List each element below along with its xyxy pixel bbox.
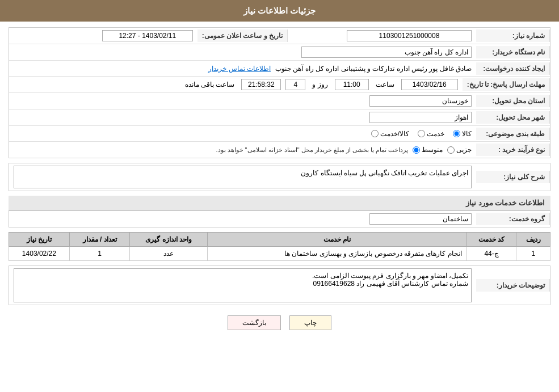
city-row: شهر محل تحویل:	[9, 109, 550, 126]
category-kala-label: کالا	[462, 130, 472, 138]
description-label: شرح کلی نیاز:	[476, 171, 550, 183]
buyer-notes-box: تکمیل، امضاو مهر و بارگزاری فرم پیوست ال…	[14, 268, 472, 302]
col-quantity: تعداد / مقدار	[69, 233, 130, 247]
description-box: اجرای عملیات تخریب اتاقک نگهبانی پل سیاه…	[14, 166, 472, 188]
city-input[interactable]	[369, 112, 472, 123]
purchase-jozii-radio[interactable]	[447, 146, 455, 154]
buyer-org-value	[9, 44, 476, 60]
province-row: استان محل تحویل:	[9, 93, 550, 109]
col-name: نام خدمت	[208, 233, 467, 247]
purchase-motavasset-radio[interactable]	[413, 146, 420, 154]
need-number-row: شماره نیاز: تاریخ و ساعت اعلان عمومی:	[9, 28, 550, 44]
description-section: شرح کلی نیاز: اجرای عملیات تخریب اتاقک ن…	[9, 163, 550, 191]
category-khedmat-label: خدمت	[427, 130, 444, 138]
send-deadline-value: ساعت روز و ساعت باقی مانده	[9, 77, 463, 92]
category-both-radio[interactable]	[371, 130, 379, 137]
province-input[interactable]	[369, 95, 472, 107]
deadline-days-input[interactable]	[285, 79, 305, 90]
need-number-label: شماره نیاز:	[476, 29, 550, 42]
col-unit: واحد اندازه گیری	[130, 233, 208, 247]
cell-date: 1403/02/22	[9, 247, 70, 261]
services-title: اطلاعات خدمات مورد نیاز	[9, 196, 550, 210]
table-row: 1 ج-44 انجام کارهای متفرقه درخصوص بازساز…	[9, 247, 550, 261]
buyer-notes-section: توضیحات خریدار: تکمیل، امضاو مهر و بارگز…	[9, 265, 550, 305]
deadline-date-input[interactable]	[401, 79, 458, 90]
category-khedmat-item: خدمت	[418, 130, 444, 138]
service-group-label: گروه خدمت:	[476, 213, 550, 225]
service-group-section: گروه خدمت:	[9, 210, 550, 227]
purchase-motavasset-label: متوسط	[422, 146, 443, 154]
purchase-type-note: پرداخت تمام یا بخشی از مبلغ خریدار محل "…	[216, 146, 408, 154]
category-kala-radio[interactable]	[453, 130, 460, 137]
city-label: شهر محل تحویل:	[476, 111, 550, 124]
print-button[interactable]: چاپ	[289, 315, 331, 330]
service-group-row: گروه خدمت:	[9, 211, 550, 227]
buyer-org-label: نام دستگاه خریدار:	[476, 46, 550, 58]
buyer-notes-value: تکمیل، امضاو مهر و بارگزاری فرم پیوست ال…	[9, 266, 476, 305]
announce-date-input[interactable]	[102, 30, 193, 41]
category-row: طبقه بندی موضوعی: کالا خدمت کالا/خدمت	[9, 126, 550, 142]
buyer-notes-line1: تکمیل، امضاو مهر و بارگزاری فرم پیوست ال…	[17, 272, 468, 280]
buttons-section: چاپ بازگشت	[9, 310, 550, 336]
buyer-notes-row: توضیحات خریدار: تکمیل، امضاو مهر و بارگز…	[9, 266, 550, 305]
description-value: اجرای عملیات تخریب اتاقک نگهبانی پل سیاه…	[9, 163, 476, 191]
province-value	[9, 93, 476, 109]
creator-row: ایجاد کننده درخواست: صادق غافل پور رئیس …	[9, 61, 550, 77]
purchase-jozii-label: جزیی	[456, 146, 472, 154]
col-row: ردیف	[516, 233, 550, 247]
cell-unit: عدد	[130, 247, 208, 261]
announce-date-value	[9, 28, 197, 44]
buyer-org-input[interactable]	[301, 47, 472, 58]
send-deadline-row: مهلت ارسال پاسخ: تا تاریخ: ساعت روز و سا…	[9, 77, 550, 93]
creator-value: صادق غافل پور رئیس اداره تدارکات و پشتیب…	[9, 62, 476, 75]
col-date: تاریخ نیاز	[9, 233, 70, 247]
province-label: استان محل تحویل:	[476, 95, 550, 107]
buyer-notes-line2: شماره تماس کارشناس آقای فهیمی راد 091664…	[17, 280, 468, 288]
header-title: جزئیات اطلاعات نیاز	[243, 6, 316, 15]
cell-row: 1	[516, 247, 550, 261]
buyer-notes-label: توضیحات خریدار:	[476, 279, 550, 292]
remaining-label: ساعت باقی مانده	[185, 81, 235, 88]
category-khedmat-radio[interactable]	[418, 130, 425, 137]
services-table: ردیف کد خدمت نام خدمت واحد اندازه گیری ت…	[9, 232, 550, 261]
need-number-value	[288, 28, 476, 44]
announce-date-label: تاریخ و ساعت اعلان عمومی:	[197, 29, 288, 42]
city-value	[9, 109, 476, 125]
col-code: کد خدمت	[466, 233, 516, 247]
buyer-org-row: نام دستگاه خریدار:	[9, 44, 550, 61]
main-form: شماره نیاز: تاریخ و ساعت اعلان عمومی: نا…	[9, 27, 550, 158]
category-both-item: کالا/خدمت	[371, 130, 409, 138]
cell-quantity: 1	[69, 247, 130, 261]
deadline-clock-input[interactable]	[241, 79, 281, 90]
back-button[interactable]: بازگشت	[228, 315, 281, 330]
time-label: ساعت	[376, 81, 394, 88]
category-label: طبقه بندی موضوعی:	[476, 128, 550, 140]
service-group-value	[9, 211, 476, 227]
creator-label: ایجاد کننده درخواست:	[476, 62, 550, 75]
category-value: کالا خدمت کالا/خدمت	[9, 128, 476, 140]
page-header: جزئیات اطلاعات نیاز	[0, 0, 559, 22]
cell-code: ج-44	[466, 247, 516, 261]
category-both-label: کالا/خدمت	[380, 130, 409, 138]
services-table-section: ردیف کد خدمت نام خدمت واحد اندازه گیری ت…	[9, 232, 550, 261]
send-deadline-label: مهلت ارسال پاسخ: تا تاریخ:	[463, 78, 550, 91]
day-label: روز و	[312, 81, 327, 88]
creator-contact-link[interactable]: اطلاعات تماس خریدار	[208, 65, 271, 73]
creator-text: صادق غافل پور رئیس اداره تدارکات و پشتیب…	[275, 65, 472, 73]
deadline-time-input[interactable]	[335, 79, 369, 90]
purchase-type-label: نوع فرآیند خرید :	[476, 144, 550, 156]
purchase-type-value: جزیی متوسط پرداخت تمام یا بخشی از مبلغ خ…	[9, 144, 476, 156]
description-text: اجرای عملیات تخریب اتاقک نگهبانی پل سیاه…	[301, 169, 468, 177]
need-number-input[interactable]	[347, 30, 472, 41]
service-group-input[interactable]	[369, 213, 472, 225]
purchase-type-row: نوع فرآیند خرید : جزیی متوسط پرداخت تمام…	[9, 142, 550, 158]
category-kala-item: کالا	[453, 130, 472, 138]
purchase-motavasset-item: متوسط	[413, 146, 443, 154]
purchase-jozii-item: جزیی	[447, 146, 472, 154]
cell-name: انجام کارهای متفرقه درخصوص بازسازی و بهس…	[208, 247, 467, 261]
description-row: شرح کلی نیاز: اجرای عملیات تخریب اتاقک ن…	[9, 163, 550, 191]
